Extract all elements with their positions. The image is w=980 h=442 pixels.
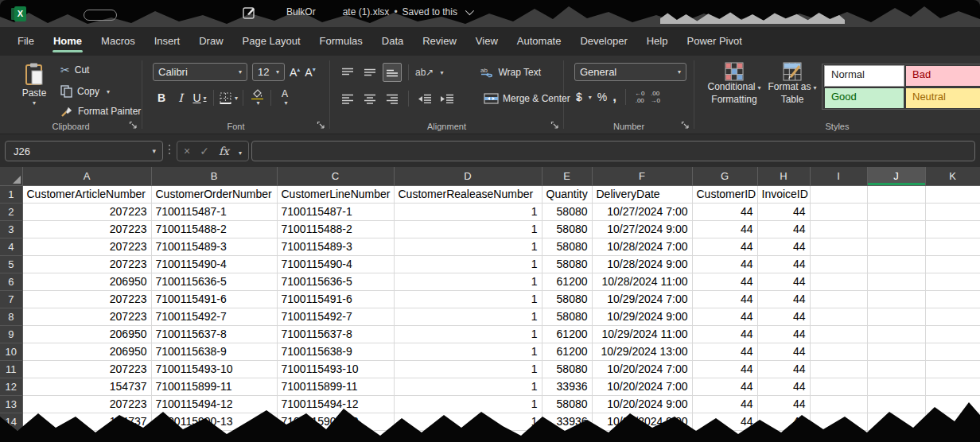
cell-C14[interactable]: 7100115900-13: [277, 413, 394, 430]
fill-color-button[interactable]: [248, 89, 266, 107]
cell-C6[interactable]: 7100115636-5: [277, 273, 394, 290]
tab-view[interactable]: View: [466, 27, 508, 56]
edit-mode-icon[interactable]: [243, 6, 256, 19]
borders-button[interactable]: [219, 89, 238, 107]
column-header-c[interactable]: C: [277, 167, 394, 185]
autosave-toggle[interactable]: [84, 10, 117, 21]
bold-button[interactable]: B: [153, 89, 170, 107]
cell-D2[interactable]: 1: [394, 203, 542, 220]
cell-A13[interactable]: 207223: [22, 395, 151, 413]
cell-F10[interactable]: 10/29/2024 13:00: [592, 343, 692, 360]
tab-page-layout[interactable]: Page Layout: [233, 27, 310, 56]
cell-H6[interactable]: 44: [757, 273, 810, 290]
row-header-blank[interactable]: [0, 430, 22, 442]
column-header-f[interactable]: F: [592, 167, 692, 185]
cell-F[interactable]: [592, 430, 692, 442]
column-header-k[interactable]: K: [925, 167, 980, 185]
cell-I[interactable]: [810, 430, 867, 442]
cell-H2[interactable]: 44: [757, 203, 810, 220]
font-dialog-launcher[interactable]: [317, 121, 325, 130]
cell-B6[interactable]: 7100115636-5: [151, 273, 277, 290]
row-header-11[interactable]: 11: [0, 360, 22, 378]
format-painter-button[interactable]: Format Painter: [60, 105, 141, 118]
cell-A10[interactable]: 206950: [22, 343, 151, 360]
cell-B[interactable]: [151, 430, 277, 442]
grow-font-button[interactable]: A▴: [290, 66, 300, 79]
wrap-text-button[interactable]: ab Wrap Text: [480, 67, 541, 78]
cell-K4[interactable]: [925, 238, 980, 255]
italic-button[interactable]: I: [172, 89, 189, 107]
cell-I8[interactable]: [810, 308, 867, 325]
cell-E6[interactable]: 61200: [542, 273, 592, 290]
formula-bar-handle[interactable]: [169, 145, 170, 154]
cell-A6[interactable]: 206950: [22, 273, 151, 290]
cell-J1[interactable]: [867, 185, 925, 203]
row-header-9[interactable]: 9: [0, 325, 22, 343]
cell-K6[interactable]: [925, 273, 980, 290]
cell-G6[interactable]: 44: [692, 273, 757, 290]
column-header-i[interactable]: I: [810, 167, 867, 185]
row-header-10[interactable]: 10: [0, 343, 22, 360]
cell-F9[interactable]: 10/29/2024 11:00: [592, 325, 692, 343]
font-size-combo[interactable]: 12: [252, 63, 285, 81]
cell-E1[interactable]: Quantity: [542, 185, 592, 203]
cell-K7[interactable]: [925, 290, 980, 308]
comma-style-button[interactable]: ,: [612, 93, 616, 101]
cell-K12[interactable]: [925, 378, 980, 395]
cell-E10[interactable]: 61200: [542, 343, 592, 360]
cell-J11[interactable]: [867, 360, 925, 378]
cell-D8[interactable]: 1: [394, 308, 542, 325]
cell-B4[interactable]: 7100115489-3: [151, 238, 277, 255]
increase-indent-button[interactable]: [438, 89, 457, 108]
cell-G5[interactable]: 44: [692, 255, 757, 273]
orientation-button[interactable]: ab↗: [415, 67, 443, 78]
cell-F8[interactable]: 10/29/2024 9:00: [592, 308, 692, 325]
tab-insert[interactable]: Insert: [145, 27, 190, 56]
cell-E[interactable]: [542, 430, 592, 442]
cell-H1[interactable]: InvoiceID: [757, 185, 810, 203]
cell-K10[interactable]: [925, 343, 980, 360]
cell-I9[interactable]: [810, 325, 867, 343]
tab-help[interactable]: Help: [637, 27, 678, 56]
align-bottom-button[interactable]: [383, 63, 402, 82]
cell-G2[interactable]: 44: [692, 203, 757, 220]
cell-F2[interactable]: 10/27/2024 7:00: [592, 203, 692, 220]
cell-F13[interactable]: 10/20/2024 9:00: [592, 395, 692, 413]
column-header-g[interactable]: G: [692, 167, 757, 185]
cell-G12[interactable]: 44: [692, 378, 757, 395]
cell-E4[interactable]: 58080: [542, 238, 592, 255]
tab-power-pivot[interactable]: Power Pivot: [677, 27, 751, 56]
align-middle-button[interactable]: [360, 63, 379, 82]
cell-J2[interactable]: [867, 203, 925, 220]
cell-C12[interactable]: 7100115899-11: [277, 378, 394, 395]
cell-H7[interactable]: 44: [757, 290, 810, 308]
cell-B14[interactable]: 7100115900-13: [151, 413, 277, 430]
cell-G13[interactable]: 44: [692, 395, 757, 413]
cell-D[interactable]: [394, 430, 542, 442]
cell-F3[interactable]: 10/27/2024 9:00: [592, 220, 692, 238]
cell-A[interactable]: [22, 430, 151, 442]
cell-G11[interactable]: 44: [692, 360, 757, 378]
cell-F5[interactable]: 10/28/2024 9:00: [592, 255, 692, 273]
cell-J8[interactable]: [867, 308, 925, 325]
style-neutral[interactable]: Neutral: [906, 88, 980, 108]
cell-G9[interactable]: 44: [692, 325, 757, 343]
cell-K11[interactable]: [925, 360, 980, 378]
percent-button[interactable]: %: [597, 91, 607, 103]
insert-function-button[interactable]: fx: [219, 145, 229, 157]
cell-I6[interactable]: [810, 273, 867, 290]
cell-H5[interactable]: 44: [757, 255, 810, 273]
cell-I11[interactable]: [810, 360, 867, 378]
cell-H10[interactable]: 44: [757, 343, 810, 360]
row-header-12[interactable]: 12: [0, 378, 22, 395]
cell-K13[interactable]: [925, 395, 980, 413]
cell-E11[interactable]: 58080: [542, 360, 592, 378]
row-header-4[interactable]: 4: [0, 238, 22, 255]
cell-I7[interactable]: [810, 290, 867, 308]
cell-K3[interactable]: [925, 220, 980, 238]
tab-file[interactable]: File: [8, 27, 44, 56]
cell-D4[interactable]: 1: [394, 238, 542, 255]
cell-K1[interactable]: [925, 185, 980, 203]
cell-C5[interactable]: 7100115490-4: [277, 255, 394, 273]
cell-D13[interactable]: 1: [394, 395, 542, 413]
